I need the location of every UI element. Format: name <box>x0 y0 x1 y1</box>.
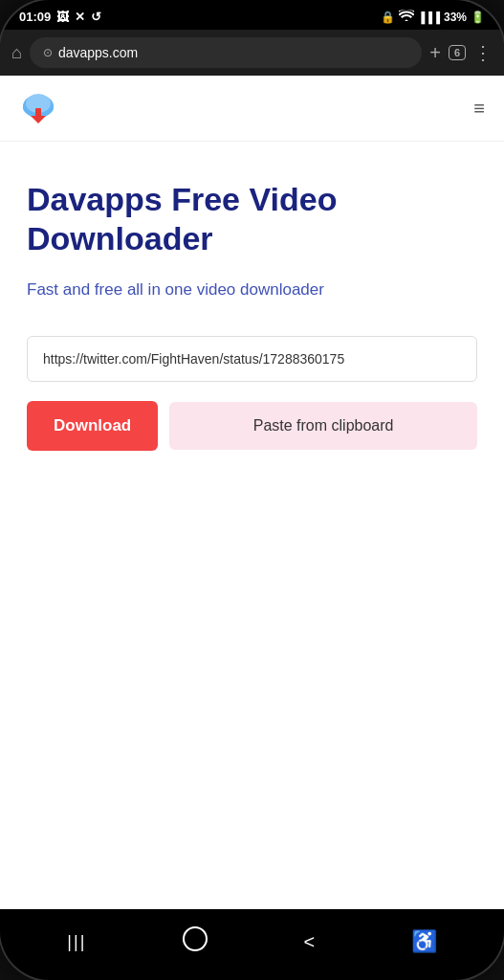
hamburger-menu-button[interactable]: ≡ <box>473 98 485 120</box>
web-content: ≡ Davapps Free Video Downloader Fast and… <box>0 76 504 909</box>
nav-home-button[interactable] <box>164 923 227 961</box>
url-display: davapps.com <box>58 45 408 60</box>
app-logo <box>19 91 57 125</box>
main-content: Davapps Free Video Downloader Fast and f… <box>0 142 504 909</box>
hero-subtitle: Fast and free all in one video downloade… <box>27 278 477 302</box>
logo-icon <box>19 91 57 125</box>
sync-icon: ↺ <box>91 10 101 24</box>
url-input[interactable] <box>43 351 461 367</box>
tab-count-badge[interactable]: 6 <box>449 45 466 60</box>
url-secure-icon: ⊙ <box>43 46 53 59</box>
nav-accessibility-button[interactable]: ♿ <box>392 925 456 958</box>
svg-marker-5 <box>31 116 46 123</box>
nav-back-button[interactable]: < <box>284 927 334 957</box>
browser-bar: ⌂ ⊙ davapps.com + 6 ⋮ <box>0 30 504 76</box>
buttons-row: Download Paste from clipboard <box>27 401 477 451</box>
home-circle-icon <box>183 926 208 951</box>
download-button[interactable]: Download <box>27 401 158 451</box>
app-header: ≡ <box>0 76 504 142</box>
paste-clipboard-button[interactable]: Paste from clipboard <box>169 402 477 450</box>
battery-icon: 🔋 <box>471 11 485 24</box>
nav-bar: ||| < ♿ <box>0 909 504 980</box>
browser-menu-button[interactable]: ⋮ <box>473 41 493 64</box>
lock-icon: 🔒 <box>381 11 395 24</box>
signal-icon: ▐▐▐ <box>418 11 440 23</box>
hero-title: Davapps Free Video Downloader <box>27 180 477 258</box>
nav-menu-button[interactable]: ||| <box>48 928 105 956</box>
status-left: 01:09 🖼 ✕ ↺ <box>19 10 101 24</box>
wifi-icon <box>399 10 414 24</box>
battery-percent: 33% <box>444 11 467 24</box>
browser-home-button[interactable]: ⌂ <box>11 43 22 63</box>
x-icon: ✕ <box>75 10 85 24</box>
status-time: 01:09 <box>19 10 51 24</box>
phone-frame: 01:09 🖼 ✕ ↺ 🔒 ▐▐▐ 33% 🔋 ⌂ ⊙ davapps.com … <box>0 0 504 980</box>
add-tab-button[interactable]: + <box>429 42 441 64</box>
browser-url-bar[interactable]: ⊙ davapps.com <box>30 37 422 68</box>
photo-icon: 🖼 <box>56 10 69 24</box>
url-input-wrapper[interactable] <box>27 336 477 382</box>
status-right: 🔒 ▐▐▐ 33% 🔋 <box>381 10 485 24</box>
status-bar: 01:09 🖼 ✕ ↺ 🔒 ▐▐▐ 33% 🔋 <box>0 0 504 30</box>
